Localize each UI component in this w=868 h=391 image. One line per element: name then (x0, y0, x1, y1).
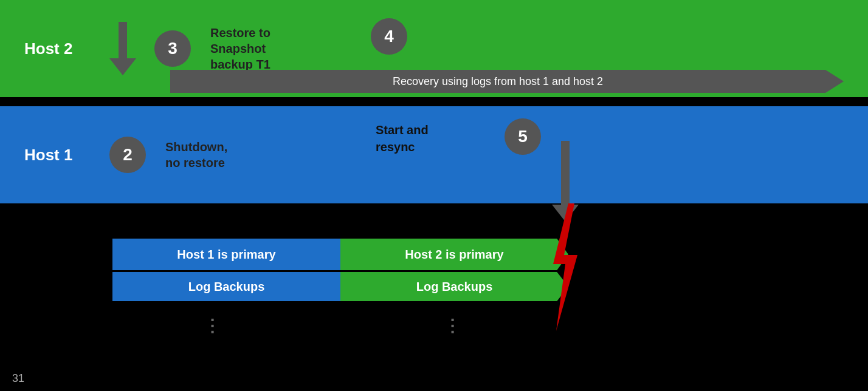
recovery-text: Recovery using logs from host 1 and host… (393, 75, 603, 88)
arrow-shaft-5 (561, 141, 570, 205)
circle-5: 5 (505, 118, 541, 155)
host1-primary-bar: Host 1 is primary (112, 239, 340, 270)
arrow-down-3 (109, 22, 136, 75)
circle-2: 2 (109, 137, 146, 173)
step2-text: Shutdown, no restore (165, 139, 227, 171)
page-number: 31 (12, 372, 24, 385)
lightning-bolt (547, 203, 580, 331)
dots-blue: ⋮ (204, 316, 222, 336)
start-resync-label: Start and resync (376, 121, 429, 155)
host1-primary-text: Host 1 is primary (177, 248, 275, 262)
arrow-shaft-3 (119, 22, 127, 58)
step3-text: Restore to Snapshot backup T1 (210, 25, 270, 72)
host1-label: Host 1 (24, 146, 97, 165)
host2-content: 3 Restore to Snapshot backup T1 (109, 22, 270, 75)
host2-primary-bar: Host 2 is primary (340, 239, 568, 270)
timeline-section: Host 1 is primary Host 2 is primary Log … (0, 216, 868, 391)
host1-content: 2 Shutdown, no restore (109, 137, 227, 173)
circle-4: 4 (371, 18, 407, 55)
log-backups-blue-text: Log Backups (188, 280, 265, 294)
dots-green: ⋮ (444, 316, 462, 336)
recovery-arrow: Recovery using logs from host 1 and host… (170, 70, 825, 93)
log-backups-green-text: Log Backups (416, 280, 493, 294)
diagram-container: Host 2 3 Restore to Snapshot backup T1 R… (0, 0, 868, 391)
host2-label: Host 2 (24, 39, 97, 58)
host1-bar: Host 1 2 Shutdown, no restore (0, 106, 868, 203)
host2-primary-text: Host 2 is primary (405, 248, 503, 262)
svg-marker-0 (553, 203, 577, 331)
circle-3: 3 (154, 30, 191, 67)
arrow-head-3 (109, 58, 136, 75)
log-backups-green-bar: Log Backups (340, 272, 568, 301)
log-backups-blue-bar: Log Backups (112, 272, 340, 301)
